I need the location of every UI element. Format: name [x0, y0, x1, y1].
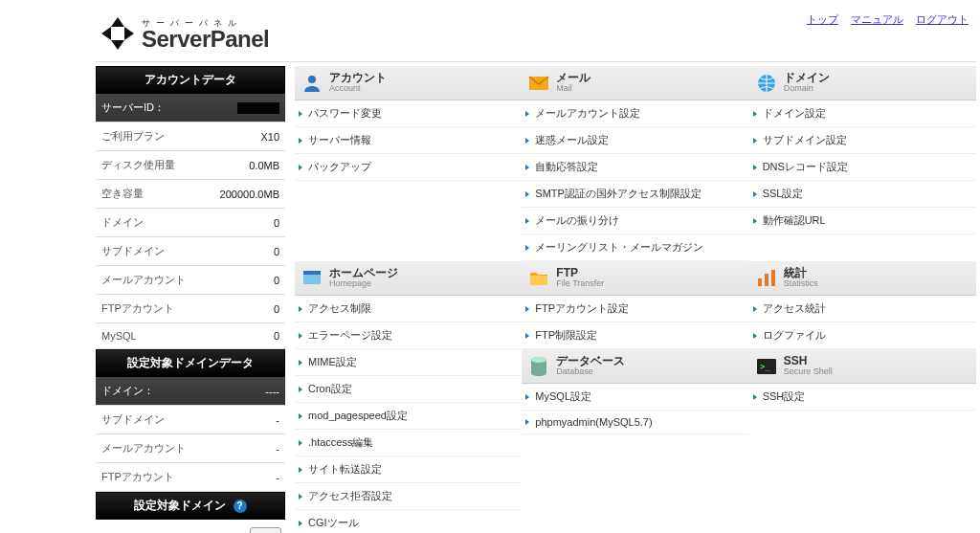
menu-item[interactable]: SSH設定: [749, 384, 976, 411]
domain-count-row: ドメイン 0: [96, 209, 285, 237]
menu-item[interactable]: ドメイン設定: [749, 100, 976, 127]
plan-label: ご利用プラン: [101, 129, 165, 144]
target-domain-value: ----: [265, 386, 279, 397]
ftp-count-value: 0: [274, 303, 279, 315]
svg-rect-12: [758, 278, 762, 286]
set-domain-button[interactable]: 設定する: [250, 527, 281, 533]
menu-item[interactable]: 自動応答設定: [522, 154, 748, 181]
database-icon: [527, 355, 550, 378]
menu-item[interactable]: アクセス拒否設定: [295, 483, 522, 510]
mysql-count-row: MySQL 0: [96, 323, 285, 349]
menu-item[interactable]: メールアカウント設定: [522, 100, 748, 127]
mail-sub: Mail: [556, 84, 590, 94]
ftp-count-label: FTPアカウント: [101, 301, 174, 316]
select-domain-title-text: 設定対象ドメイン: [134, 499, 226, 512]
svg-point-4: [308, 76, 316, 83]
svg-marker-3: [124, 27, 134, 40]
target-domain-label: ドメイン：: [101, 384, 154, 398]
domain-header: ドメイン Domain: [749, 66, 976, 100]
menu-item[interactable]: CGIツール: [295, 510, 522, 533]
disk-label: ディスク使用量: [101, 158, 175, 172]
menu-item[interactable]: .htaccess編集: [295, 430, 522, 456]
svg-marker-2: [101, 27, 111, 40]
menu-item[interactable]: サイト転送設定: [295, 456, 522, 483]
stats-icon: [755, 267, 778, 290]
domain-icon: [755, 72, 778, 95]
menu-item[interactable]: FTP制限設定: [522, 322, 748, 349]
svg-rect-14: [771, 270, 775, 286]
server-id-value-redacted: [237, 102, 279, 114]
menu-item[interactable]: ログファイル: [749, 322, 976, 349]
account-data-title: アカウントデータ: [96, 66, 285, 94]
main: アカウント Account パスワード変更サーバー情報バックアップ メール Ma…: [285, 66, 976, 533]
homepage-icon: [301, 267, 323, 290]
mail-count-row: メールアカウント 0: [96, 266, 285, 295]
t-ftp-label: FTPアカウント: [101, 470, 174, 484]
stats-sub: Statistics: [784, 279, 818, 289]
select-domain-title: 設定対象ドメイン ?: [96, 492, 285, 520]
subdomain-count-label: サブドメイン: [101, 244, 165, 258]
mail-count-label: メールアカウント: [101, 273, 186, 287]
disk-row: ディスク使用量 0.0MB: [96, 151, 285, 180]
ftp-sub: File Transfer: [556, 279, 604, 289]
ssh-icon: >_: [755, 355, 778, 378]
free-label: 空き容量: [101, 187, 144, 201]
ssh-header: >_ SSH Secure Shell: [749, 349, 976, 384]
domain-sub: Domain: [784, 84, 830, 94]
svg-rect-13: [765, 274, 768, 286]
menu-item[interactable]: MySQL設定: [522, 384, 748, 411]
menu-item[interactable]: 動作確認URL: [749, 208, 976, 234]
menu-item[interactable]: 迷惑メール設定: [522, 127, 748, 154]
menu-item[interactable]: mod_pagespeed設定: [295, 403, 522, 430]
svg-rect-9: [530, 276, 547, 285]
target-domain-data-title: 設定対象ドメインデータ: [96, 349, 285, 377]
plan-row: ご利用プラン X10: [96, 122, 285, 151]
ssh-list: SSH設定: [749, 384, 976, 411]
account-sub: Account: [329, 84, 387, 94]
menu-item[interactable]: SMTP認証の国外アクセス制限設定: [522, 181, 748, 208]
help-icon[interactable]: ?: [234, 500, 247, 513]
ftp-count-row: FTPアカウント 0: [96, 295, 285, 323]
category-stats: 統計 Statistics アクセス統計ログファイル: [749, 261, 976, 349]
t-sub-row: サブドメイン -: [96, 406, 285, 434]
plan-value: X10: [260, 131, 279, 143]
link-manual[interactable]: マニュアル: [851, 13, 903, 25]
free-row: 空き容量 200000.0MB: [96, 180, 285, 209]
menu-item[interactable]: メールの振り分け: [522, 208, 748, 234]
account-header: アカウント Account: [295, 66, 522, 100]
menu-item[interactable]: DNSレコード設定: [749, 154, 976, 181]
menu-item[interactable]: MIME設定: [295, 349, 522, 376]
mail-icon: [527, 72, 550, 95]
menu-item[interactable]: パスワード変更: [295, 100, 522, 127]
ftp-header: FTP File Transfer: [522, 261, 748, 296]
menu-item[interactable]: エラーページ設定: [295, 322, 522, 349]
menu-item[interactable]: アクセス制限: [295, 296, 522, 322]
category-account: アカウント Account パスワード変更サーバー情報バックアップ: [295, 66, 522, 261]
menu-item[interactable]: サブドメイン設定: [749, 127, 976, 154]
menu-item[interactable]: phpmyadmin(MySQL5.7): [522, 411, 748, 434]
ftp-icon: [527, 267, 550, 290]
logo-title: ServerPanel: [142, 28, 269, 51]
menu-item[interactable]: FTPアカウント設定: [522, 296, 748, 322]
domain-list: ドメイン設定サブドメイン設定DNSレコード設定SSL設定動作確認URL: [749, 100, 976, 234]
disk-value: 0.0MB: [249, 160, 279, 171]
domain-count-label: ドメイン: [101, 215, 144, 230]
menu-item[interactable]: アクセス統計: [749, 296, 976, 322]
menu-item[interactable]: バックアップ: [295, 154, 522, 181]
menu-item[interactable]: SSL設定: [749, 181, 976, 208]
mail-header: メール Mail: [522, 66, 748, 100]
subdomain-count-value: 0: [274, 246, 279, 257]
free-value: 200000.0MB: [220, 189, 279, 200]
db-list: MySQL設定phpmyadmin(MySQL5.7): [522, 384, 748, 434]
server-id-label: サーバーID：: [101, 100, 165, 115]
svg-marker-0: [111, 17, 124, 27]
subdomain-count-row: サブドメイン 0: [96, 237, 285, 266]
menu-item[interactable]: メーリングリスト・メールマガジン: [522, 234, 748, 261]
link-top[interactable]: トップ: [807, 13, 838, 25]
menu-item[interactable]: Cron設定: [295, 376, 522, 403]
menu-item[interactable]: サーバー情報: [295, 127, 522, 154]
top-links: トップ マニュアル ログアウト: [797, 12, 969, 27]
svg-marker-1: [111, 40, 124, 50]
mysql-count-label: MySQL: [101, 330, 137, 342]
link-logout[interactable]: ログアウト: [916, 13, 969, 25]
